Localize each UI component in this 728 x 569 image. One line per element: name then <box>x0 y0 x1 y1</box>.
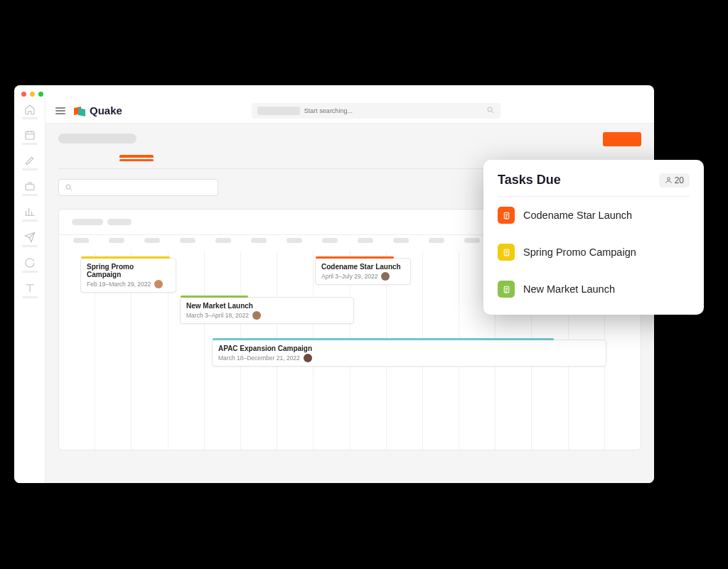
task-dates: March 3–April 18, 2022 <box>186 311 348 320</box>
svg-point-3 <box>66 185 70 189</box>
sidebar-item-send[interactable] <box>20 232 40 247</box>
sidebar-item-library[interactable] <box>20 283 40 298</box>
window-minimize-dot[interactable] <box>30 92 35 97</box>
pencil-icon <box>24 155 36 166</box>
svg-point-4 <box>667 178 670 180</box>
header: Quake <box>46 98 654 124</box>
avatar[interactable] <box>154 280 163 288</box>
svg-rect-0 <box>26 131 34 139</box>
search-icon <box>65 183 73 192</box>
toolbar-pill[interactable] <box>107 219 132 225</box>
task-title: Codename Star Launch <box>321 263 405 271</box>
search-input[interactable] <box>304 107 482 114</box>
clipboard-icon <box>498 207 515 224</box>
refresh-icon <box>24 257 36 269</box>
briefcase-icon <box>24 180 36 192</box>
search-icon <box>486 104 495 117</box>
avatar[interactable] <box>381 272 390 281</box>
task-dates: March 18–December 21, 2022 <box>218 354 600 362</box>
gantt-task[interactable]: APAC Expansion CampaignMarch 18–December… <box>212 340 606 367</box>
filter-search[interactable] <box>58 179 218 196</box>
window-titlebar <box>14 85 654 98</box>
popup-item-label: Spring Promo Campaign <box>523 246 636 258</box>
global-search[interactable] <box>252 103 500 119</box>
sidebar-item-projects[interactable] <box>20 180 40 196</box>
sidebar-item-activity[interactable] <box>20 257 40 273</box>
task-color-bar <box>81 256 170 259</box>
gantt-task[interactable]: Spring Promo CampaignFeb 19–March 29, 20… <box>80 258 176 293</box>
sidebar-item-calendar[interactable] <box>20 129 40 145</box>
user-icon <box>665 176 673 184</box>
app-name-text: Quake <box>90 104 122 116</box>
window-close-dot[interactable] <box>21 92 26 97</box>
menu-toggle[interactable] <box>55 107 65 114</box>
sidebar-item-edit[interactable] <box>20 155 40 170</box>
task-dates: Feb 19–March 29, 2022 <box>87 280 170 288</box>
popup-count-text: 20 <box>675 175 684 185</box>
avatar[interactable] <box>304 354 312 362</box>
popup-count-badge[interactable]: 20 <box>659 173 690 188</box>
task-title: Spring Promo Campaign <box>87 263 170 278</box>
search-filter-badge <box>257 107 300 115</box>
task-color-bar <box>213 338 554 340</box>
clipboard-icon <box>498 281 515 298</box>
calendar-icon <box>24 129 36 141</box>
clipboard-icon <box>498 244 515 261</box>
task-title: New Market Launch <box>186 302 348 310</box>
toolbar-pill[interactable] <box>72 219 103 225</box>
sidebar-item-home[interactable] <box>20 104 40 119</box>
popup-item-label: Codename Star Launch <box>523 210 632 221</box>
popup-title: Tasks Due <box>498 173 561 188</box>
svg-point-2 <box>488 107 492 112</box>
popup-header: Tasks Due 20 <box>498 173 690 197</box>
task-title: APAC Expansion Campaign <box>218 345 600 352</box>
popup-task-item[interactable]: Spring Promo Campaign <box>498 234 690 271</box>
sidebar-item-reports[interactable] <box>20 206 40 222</box>
task-color-bar <box>316 256 394 259</box>
gantt-task[interactable]: New Market LaunchMarch 3–April 18, 2022 <box>180 297 354 324</box>
sidebar <box>14 98 46 483</box>
popup-item-label: New Market Launch <box>523 283 615 295</box>
svg-rect-1 <box>26 184 34 190</box>
window-maximize-dot[interactable] <box>38 92 43 97</box>
tasks-due-popup: Tasks Due 20 Codename Star LaunchSpring … <box>483 160 704 315</box>
send-icon <box>24 232 36 243</box>
task-color-bar <box>181 296 248 298</box>
logo-mark-icon <box>74 106 87 116</box>
avatar[interactable] <box>252 311 261 320</box>
chart-icon <box>24 206 36 217</box>
primary-action-button[interactable] <box>603 132 641 146</box>
page-title-placeholder <box>58 134 136 143</box>
task-dates: April 3–July 29, 2022 <box>321 272 405 281</box>
tab-active-indicator[interactable] <box>119 155 154 158</box>
book-icon <box>24 283 36 294</box>
popup-task-item[interactable]: Codename Star Launch <box>498 197 690 234</box>
home-icon <box>24 104 36 115</box>
app-logo[interactable]: Quake <box>74 104 122 116</box>
popup-task-item[interactable]: New Market Launch <box>498 271 690 308</box>
gantt-task[interactable]: Codename Star LaunchApril 3–July 29, 202… <box>315 258 411 285</box>
